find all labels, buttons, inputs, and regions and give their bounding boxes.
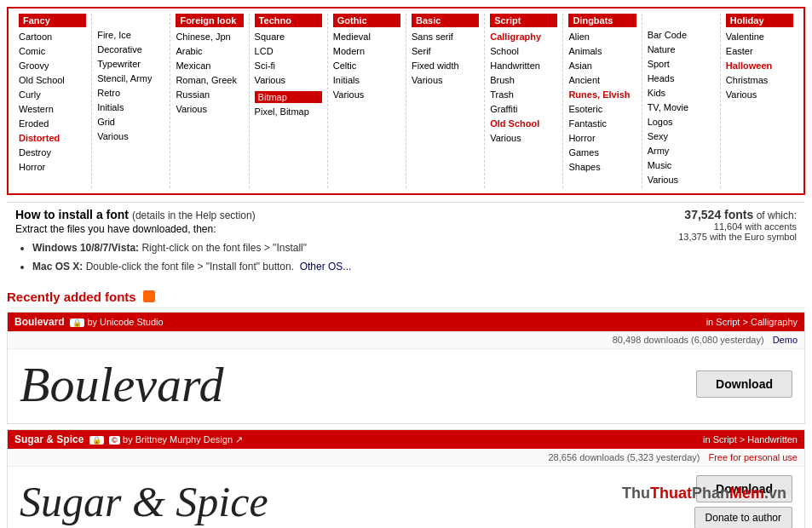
dingbats-esoteric[interactable]: Esoteric (568, 102, 636, 117)
holiday-christmas[interactable]: Christmas (726, 73, 793, 88)
fancy-destroy[interactable]: Destroy (19, 146, 86, 160)
dingbats-animals[interactable]: Animals (568, 44, 636, 59)
dingbats-nature[interactable]: Nature (648, 43, 715, 57)
script-oldschool[interactable]: Old School (490, 117, 557, 131)
stats-accents: 11,604 with accents (678, 221, 797, 232)
techno-column: Techno Square LCD Sci-fi Various Bitmap … (250, 14, 328, 188)
script-trash[interactable]: Trash (490, 88, 557, 102)
dingbats-fantastic[interactable]: Fantastic (568, 117, 636, 131)
foreign-arabic[interactable]: Arabic (176, 44, 243, 59)
holiday-header[interactable]: Holiday (726, 14, 793, 27)
fancy-initials[interactable]: Initials (97, 100, 164, 115)
fancy-distorted[interactable]: Distorted (19, 131, 86, 146)
holiday-valentine[interactable]: Valentine (726, 30, 793, 44)
sugar-cat-handwritten[interactable]: Handwritten (747, 434, 798, 445)
script-brush[interactable]: Brush (490, 73, 557, 88)
gothic-celtic[interactable]: Celtic (333, 59, 400, 73)
gothic-modern[interactable]: Modern (333, 44, 400, 59)
sugar-download-button[interactable]: Download (696, 475, 792, 502)
boulevard-demo-link[interactable]: Demo (773, 335, 798, 345)
techno-scifi[interactable]: Sci-fi (255, 59, 322, 73)
fancy-retro[interactable]: Retro (97, 86, 164, 100)
boulevard-download-button[interactable]: Download (696, 370, 792, 398)
help-link[interactable]: Help (196, 209, 217, 221)
dingbats-sport[interactable]: Sport (648, 57, 715, 72)
fancy-curly[interactable]: Curly (19, 88, 86, 102)
fancy-stencil[interactable]: Stencil, Army (97, 72, 164, 86)
basic-serif[interactable]: Serif (412, 44, 479, 59)
script-handwritten[interactable]: Handwritten (490, 59, 557, 73)
fancy-various[interactable]: Various (97, 129, 164, 144)
foreign-various[interactable]: Various (176, 102, 243, 117)
bitmap-header[interactable]: Bitmap (255, 91, 322, 103)
script-graffiti[interactable]: Graffiti (490, 102, 557, 117)
fancy-cartoon[interactable]: Cartoon (19, 30, 86, 44)
boulevard-category: in Script > Calligraphy (706, 317, 798, 327)
basic-fixed[interactable]: Fixed width (412, 59, 479, 73)
dingbats-kids[interactable]: Kids (648, 86, 715, 100)
script-various[interactable]: Various (490, 131, 557, 146)
dingbats-barcode[interactable]: Bar Code (648, 28, 715, 43)
fancy-fire-ice[interactable]: Fire, Ice (97, 28, 164, 43)
fancy-header[interactable]: Fancy (19, 14, 86, 27)
sugar-cat-script[interactable]: Script (713, 434, 737, 445)
rss-icon[interactable] (143, 290, 155, 302)
basic-sans[interactable]: Sans serif (412, 30, 479, 44)
dingbats-header[interactable]: Dingbats (568, 14, 636, 27)
foreign-russian[interactable]: Russian (176, 88, 243, 102)
techno-lcd[interactable]: LCD (255, 44, 322, 59)
dingbats-games[interactable]: Games (568, 146, 636, 160)
basic-various[interactable]: Various (412, 73, 479, 88)
foreign-header[interactable]: Foreign look (176, 14, 243, 27)
holiday-halloween[interactable]: Halloween (726, 59, 793, 73)
dingbats-horror[interactable]: Horror (568, 131, 636, 146)
holiday-various[interactable]: Various (726, 88, 793, 102)
foreign-chinese[interactable]: Chinese, Jpn (176, 30, 243, 44)
dingbats-army[interactable]: Army (648, 144, 715, 158)
dingbats-sexy[interactable]: Sexy (648, 129, 715, 144)
gothic-header[interactable]: Gothic (333, 14, 400, 27)
fancy-grid[interactable]: Grid (97, 115, 164, 129)
sugar-name-link[interactable]: Sugar & Spice (14, 433, 84, 445)
dingbats-heads[interactable]: Heads (648, 72, 715, 86)
fancy-comic[interactable]: Comic (19, 44, 86, 59)
boulevard-cat-script[interactable]: Script (716, 317, 740, 327)
fancy-groovy[interactable]: Groovy (19, 59, 86, 73)
gothic-medieval[interactable]: Medieval (333, 30, 400, 44)
dingbats-shapes[interactable]: Shapes (568, 160, 636, 175)
basic-header[interactable]: Basic (412, 14, 479, 27)
gothic-initials[interactable]: Initials (333, 73, 400, 88)
dingbats-logos[interactable]: Logos (648, 115, 715, 129)
boulevard-cat-calligraphy[interactable]: Calligraphy (751, 317, 798, 327)
foreign-mexican[interactable]: Mexican (176, 59, 243, 73)
script-calligraphy[interactable]: Calligraphy (490, 30, 557, 44)
boulevard-name-link[interactable]: Boulevard (14, 316, 65, 328)
dingbats-music[interactable]: Music (648, 158, 715, 173)
techno-square[interactable]: Square (255, 30, 322, 44)
holiday-easter[interactable]: Easter (726, 44, 793, 59)
fancy-typewriter[interactable]: Typewriter (97, 57, 164, 72)
script-header[interactable]: Script (490, 14, 557, 27)
dingbats-ancient[interactable]: Ancient (568, 73, 636, 88)
boulevard-header: Boulevard 🔒 by Unicode Studio in Script … (8, 313, 804, 331)
sugar-downloads: 28,656 downloads (5,323 yesterday) (548, 452, 700, 462)
fancy-western[interactable]: Western (19, 102, 86, 117)
bitmap-pixel[interactable]: Pixel, Bitmap (255, 105, 322, 119)
foreign-roman[interactable]: Roman, Greek (176, 73, 243, 88)
fancy-decorative[interactable]: Decorative (97, 43, 164, 57)
techno-header[interactable]: Techno (255, 14, 322, 27)
dingbats-alien[interactable]: Alien (568, 30, 636, 44)
dingbats-various[interactable]: Various (648, 173, 715, 187)
fancy-oldschool[interactable]: Old School (19, 73, 86, 88)
dingbats-asian[interactable]: Asian (568, 59, 636, 73)
dingbats-tvmovie[interactable]: TV, Movie (648, 100, 715, 115)
other-os-link[interactable]: Other OS... (300, 261, 352, 273)
dingbats-runes[interactable]: Runes, Elvish (568, 88, 636, 102)
sugar-donate-button[interactable]: Donate to author (694, 507, 792, 528)
gothic-various[interactable]: Various (333, 88, 400, 102)
script-school[interactable]: School (490, 44, 557, 59)
fancy-horror[interactable]: Horror (19, 160, 86, 175)
techno-various[interactable]: Various (255, 73, 322, 88)
sugar-meta: 28,656 downloads (5,323 yesterday) Free … (8, 449, 804, 467)
fancy-eroded[interactable]: Eroded (19, 117, 86, 131)
